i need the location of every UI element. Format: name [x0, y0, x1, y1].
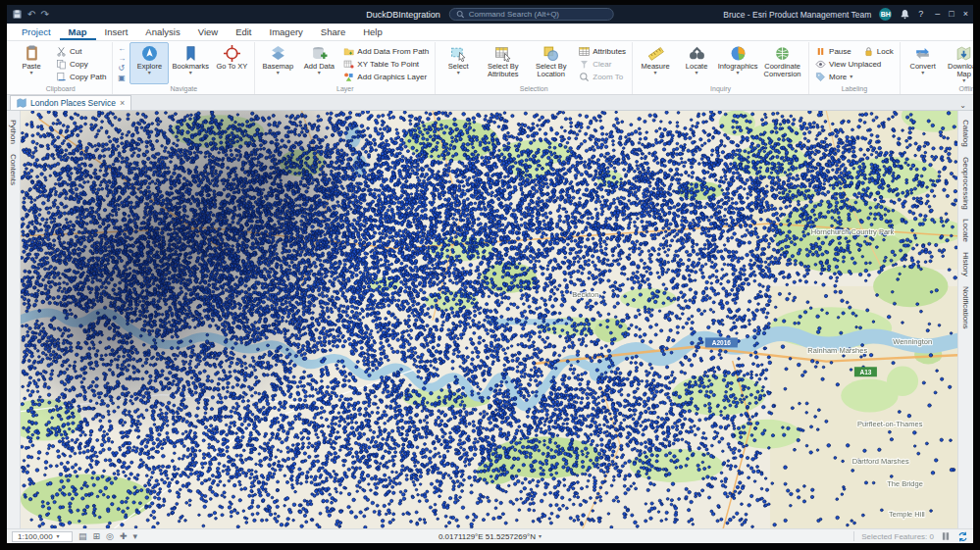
fixed-zoom-icon[interactable]: ▣ — [118, 75, 126, 82]
view-unplaced-button[interactable]: View Unplaced — [812, 58, 897, 71]
explore-icon — [141, 45, 158, 62]
tab-help[interactable]: Help — [354, 24, 391, 40]
tab-map[interactable]: Map — [60, 24, 96, 40]
view-tab-label: London Places Service — [30, 98, 116, 108]
window-controls: – □ × — [935, 10, 968, 19]
tab-edit[interactable]: Edit — [227, 24, 260, 40]
save-icon[interactable] — [12, 9, 23, 20]
close-view-icon[interactable]: × — [120, 99, 125, 108]
copy-path-label: Copy Path — [70, 73, 106, 81]
locate-button[interactable]: Locate ▾ — [677, 42, 716, 84]
bookmarks-button[interactable]: Bookmarks ▾ — [171, 42, 210, 84]
copy-path-icon — [56, 72, 67, 82]
coordinate-conversion-button[interactable]: Coordinate Conversion — [759, 42, 805, 84]
pause-drawing-icon[interactable] — [941, 531, 951, 541]
cut-label: Cut — [70, 47, 81, 56]
tab-imagery[interactable]: Imagery — [261, 24, 312, 40]
go-to-xy-button[interactable]: Go To XY — [212, 42, 251, 84]
dock-tab-catalog[interactable]: Catalog — [961, 115, 970, 152]
add-graphics-layer-button[interactable]: Add Graphics Layer — [340, 71, 432, 83]
full-extent-icon[interactable]: ↺ — [118, 65, 126, 73]
notifications-bell-icon[interactable] — [900, 9, 910, 20]
status-more-icon[interactable]: ▾ — [132, 532, 137, 541]
more-caret-icon: ▾ — [850, 75, 852, 79]
undo-icon[interactable]: ↶ — [27, 10, 35, 20]
add-data-button[interactable]: Add Data ▾ — [299, 42, 338, 84]
copy-path-button[interactable]: Copy Path — [53, 71, 109, 83]
add-data-icon — [311, 45, 328, 62]
tab-view[interactable]: View — [189, 24, 227, 40]
refresh-icon[interactable] — [957, 531, 968, 542]
map-canvas[interactable] — [21, 111, 957, 528]
next-extent-icon[interactable]: → — [118, 55, 126, 63]
clear-selection-button[interactable]: Clear — [576, 58, 629, 71]
select-button[interactable]: Select ▾ — [438, 42, 478, 84]
measure-button[interactable]: Measure ▾ — [636, 42, 675, 84]
dock-tab-geoprocessing[interactable]: Geoprocessing — [961, 152, 970, 215]
status-right: Selected Features: 0 — [853, 531, 968, 542]
globe-icon — [774, 45, 791, 62]
xy-table-to-point-button[interactable]: XY Table To Point — [340, 58, 432, 71]
dock-tab-python[interactable]: Python — [9, 115, 18, 149]
layers-list-icon[interactable]: ▤ — [78, 532, 87, 541]
previous-extent-icon[interactable]: ← — [118, 45, 126, 53]
add-data-caret-icon: ▾ — [318, 71, 321, 75]
avatar[interactable]: BH — [879, 8, 892, 21]
map-scale-combo[interactable]: 1:100,000 ▾ — [12, 531, 73, 542]
basemap-button[interactable]: Basemap ▾ — [258, 42, 297, 84]
view-tab-london-places[interactable]: London Places Service × — [10, 95, 131, 110]
explore-button[interactable]: Explore ▾ — [129, 42, 169, 84]
download-map-label: Download Map — [946, 63, 973, 78]
plus-tool-icon[interactable]: ✚ — [120, 532, 128, 541]
select-by-attributes-button[interactable]: Select By Attributes — [480, 42, 526, 84]
attributes-button[interactable]: Attributes — [576, 45, 629, 58]
dock-tab-notifications[interactable]: Notifications — [961, 281, 970, 334]
signed-in-user[interactable]: Bruce - Esri Product Management Team — [723, 10, 871, 20]
copy-button[interactable]: Copy — [53, 58, 109, 71]
redo-icon[interactable]: ↷ — [40, 10, 48, 20]
table-point-icon — [343, 59, 354, 70]
convert-button[interactable]: Convert ▾ — [903, 42, 943, 84]
maximize-button[interactable]: □ — [949, 10, 954, 19]
left-dock-tabs: Python Contents — [7, 111, 21, 528]
cut-button[interactable]: Cut — [53, 45, 109, 58]
more-labeling-button[interactable]: More ▾ — [812, 71, 897, 83]
quick-access-toolbar: ↶ ↷ — [12, 9, 49, 20]
zoom-to-selection-button[interactable]: Zoom To — [576, 71, 629, 83]
command-search[interactable] — [449, 8, 614, 21]
main-area: Python Contents Catalog Geoprocessing Lo… — [7, 111, 973, 528]
cut-scissors-icon — [56, 46, 67, 57]
eye-icon — [815, 59, 826, 70]
close-button[interactable]: × — [963, 10, 968, 19]
add-data-from-path-button[interactable]: Add Data From Path — [340, 45, 432, 58]
dock-tab-contents[interactable]: Contents — [9, 149, 18, 190]
tab-analysis[interactable]: Analysis — [136, 24, 188, 40]
download-map-icon — [955, 45, 972, 62]
search-input[interactable] — [469, 10, 607, 19]
paste-button[interactable]: Paste ▾ — [12, 42, 51, 84]
tab-project[interactable]: Project — [13, 24, 60, 40]
pause-labeling-button[interactable]: Pause — [812, 45, 854, 58]
dock-tab-history[interactable]: History — [961, 247, 970, 281]
download-map-button[interactable]: Download Map ▾ — [945, 42, 973, 84]
infographics-button[interactable]: Infographics ▾ — [718, 42, 757, 84]
grid-icon[interactable]: ⊞ — [93, 532, 101, 541]
tab-insert[interactable]: Insert — [96, 24, 137, 40]
lock-labels-button[interactable]: Lock — [860, 45, 897, 58]
ribbon: Paste ▾ Cut Copy Copy Path — [7, 41, 973, 95]
coordinates-readout[interactable]: 0.0171129°E 51.5257269°N ▾ — [438, 532, 542, 541]
dock-tab-locate[interactable]: Locate — [961, 214, 970, 247]
view-tab-bar: London Places Service × ⌄ — [7, 95, 973, 111]
screen: ↶ ↷ DuckDBIntegration Bruce - Esri Produ… — [0, 0, 980, 550]
tab-share[interactable]: Share — [312, 24, 354, 40]
coords-caret-icon: ▾ — [539, 534, 542, 539]
select-by-location-button[interactable]: Select By Location — [528, 42, 574, 84]
target-icon[interactable]: ◎ — [106, 532, 114, 541]
title-bar: ↶ ↷ DuckDBIntegration Bruce - Esri Produ… — [7, 5, 973, 24]
help-icon[interactable]: ? — [918, 10, 923, 19]
zoom-to-label: Zoom To — [593, 73, 623, 81]
minimize-button[interactable]: – — [935, 10, 940, 19]
ruler-icon — [647, 45, 664, 62]
view-tab-menu-icon[interactable]: ⌄ — [955, 101, 970, 110]
group-label-labeling: Labeling — [812, 84, 897, 94]
